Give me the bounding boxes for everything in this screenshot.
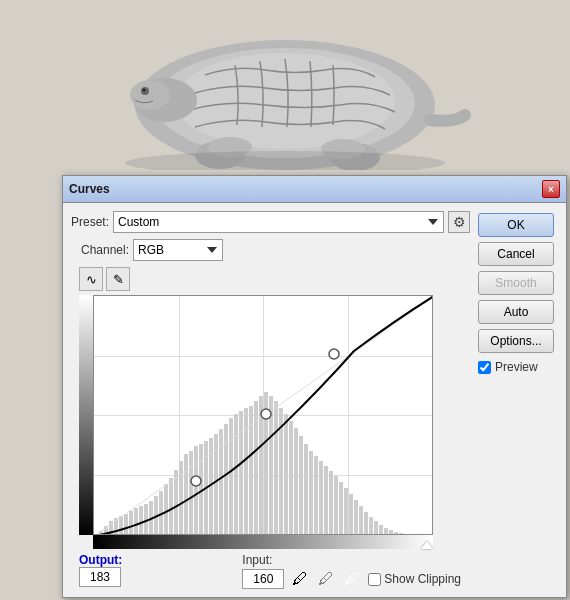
svg-rect-41 <box>239 411 243 535</box>
svg-rect-69 <box>379 525 383 535</box>
show-clipping-text: Show Clipping <box>384 572 461 586</box>
svg-rect-17 <box>119 516 123 535</box>
svg-rect-29 <box>179 461 183 535</box>
svg-rect-60 <box>334 476 338 535</box>
gray-eyedropper-button[interactable]: 🖊 <box>316 569 336 589</box>
curve-point-1[interactable] <box>191 476 201 486</box>
input-section: Input: 🖊 🖊 🖊 Show Clipping <box>242 553 461 589</box>
svg-rect-64 <box>354 500 358 535</box>
svg-rect-63 <box>349 494 353 535</box>
tools-row: ∿ ✎ <box>79 267 470 291</box>
svg-rect-19 <box>129 511 133 535</box>
dialog-title: Curves <box>69 182 110 196</box>
black-eyedropper-button[interactable]: 🖊 <box>290 569 310 589</box>
input-gradient-strip <box>93 535 433 549</box>
smooth-button[interactable]: Smooth <box>478 271 554 295</box>
svg-rect-61 <box>339 482 343 535</box>
preset-row: Preset: Custom Default Lighter Darker In… <box>71 211 470 233</box>
show-clipping-checkbox[interactable] <box>368 573 381 586</box>
svg-rect-31 <box>189 451 193 535</box>
channel-select[interactable]: RGB Red Green Blue <box>133 239 223 261</box>
spacer-left <box>79 535 93 549</box>
svg-rect-52 <box>294 428 298 535</box>
channel-label: Channel: <box>81 243 129 257</box>
svg-rect-55 <box>309 451 313 535</box>
svg-rect-42 <box>244 408 248 535</box>
output-section: Output: <box>79 553 122 587</box>
svg-rect-27 <box>169 478 173 535</box>
curve-point-3[interactable] <box>329 349 339 359</box>
svg-rect-58 <box>324 466 328 535</box>
curve-tool-button[interactable]: ∿ <box>79 267 103 291</box>
preset-manage-button[interactable]: ⚙ <box>448 211 470 233</box>
svg-rect-54 <box>304 444 308 535</box>
svg-rect-50 <box>284 414 288 535</box>
white-eyedropper-button[interactable]: 🖊 <box>342 569 362 589</box>
svg-rect-68 <box>374 521 378 535</box>
input-value-input[interactable] <box>242 569 284 589</box>
svg-rect-65 <box>359 506 363 535</box>
tortoise-image-area <box>0 0 570 175</box>
preview-label: Preview <box>478 360 558 374</box>
input-label: Input: <box>242 553 272 567</box>
svg-rect-53 <box>299 436 303 535</box>
svg-rect-51 <box>289 421 293 535</box>
show-clipping-label: Show Clipping <box>368 572 461 586</box>
svg-rect-28 <box>174 470 178 535</box>
input-controls: 🖊 🖊 🖊 Show Clipping <box>242 569 461 589</box>
svg-rect-30 <box>184 454 188 535</box>
white-point-triangle[interactable] <box>421 541 433 549</box>
svg-rect-70 <box>384 528 388 535</box>
auto-button[interactable]: Auto <box>478 300 554 324</box>
tortoise-svg <box>75 5 495 170</box>
curves-graph[interactable] <box>93 295 433 535</box>
svg-rect-40 <box>234 414 238 535</box>
curve-point-2[interactable] <box>261 409 271 419</box>
svg-rect-66 <box>364 512 368 535</box>
output-gradient-strip <box>79 295 93 535</box>
black-point-triangle[interactable] <box>93 541 105 549</box>
svg-point-11 <box>125 151 445 170</box>
svg-point-4 <box>130 80 170 110</box>
svg-point-2 <box>175 53 395 149</box>
output-label: Output: <box>79 553 122 567</box>
bottom-gradient-area <box>93 535 433 549</box>
pencil-tool-button[interactable]: ✎ <box>106 267 130 291</box>
values-row: Output: Input: 🖊 🖊 🖊 Show Clipping <box>79 553 470 589</box>
dialog-body: Preset: Custom Default Lighter Darker In… <box>63 203 566 597</box>
svg-rect-56 <box>314 456 318 535</box>
ok-button[interactable]: OK <box>478 213 554 237</box>
svg-rect-48 <box>274 401 278 535</box>
channel-row: Channel: RGB Red Green Blue <box>81 239 470 261</box>
preset-select[interactable]: Custom Default Lighter Darker Increase C… <box>113 211 444 233</box>
cancel-button[interactable]: Cancel <box>478 242 554 266</box>
svg-rect-18 <box>124 514 128 535</box>
svg-rect-57 <box>319 461 323 535</box>
options-button[interactable]: Options... <box>478 329 554 353</box>
histogram-svg <box>94 296 433 535</box>
left-panel: Preset: Custom Default Lighter Darker In… <box>71 211 470 589</box>
preview-text: Preview <box>495 360 538 374</box>
svg-rect-21 <box>139 506 143 535</box>
svg-point-6 <box>143 89 146 92</box>
curves-container <box>79 295 470 549</box>
svg-rect-20 <box>134 508 138 535</box>
svg-rect-59 <box>329 471 333 535</box>
svg-rect-26 <box>164 484 168 535</box>
output-value-input[interactable] <box>79 567 121 587</box>
svg-rect-38 <box>224 424 228 535</box>
curves-dialog: Curves × Preset: Custom Default Lighter … <box>62 175 567 598</box>
svg-rect-62 <box>344 488 348 535</box>
close-button[interactable]: × <box>542 180 560 198</box>
svg-rect-67 <box>369 517 373 535</box>
right-panel: OK Cancel Smooth Auto Options... Preview <box>478 211 558 589</box>
svg-rect-39 <box>229 418 233 535</box>
dialog-titlebar: Curves × <box>63 176 566 203</box>
svg-rect-32 <box>194 446 198 535</box>
preset-label: Preset: <box>71 215 109 229</box>
preview-checkbox[interactable] <box>478 361 491 374</box>
